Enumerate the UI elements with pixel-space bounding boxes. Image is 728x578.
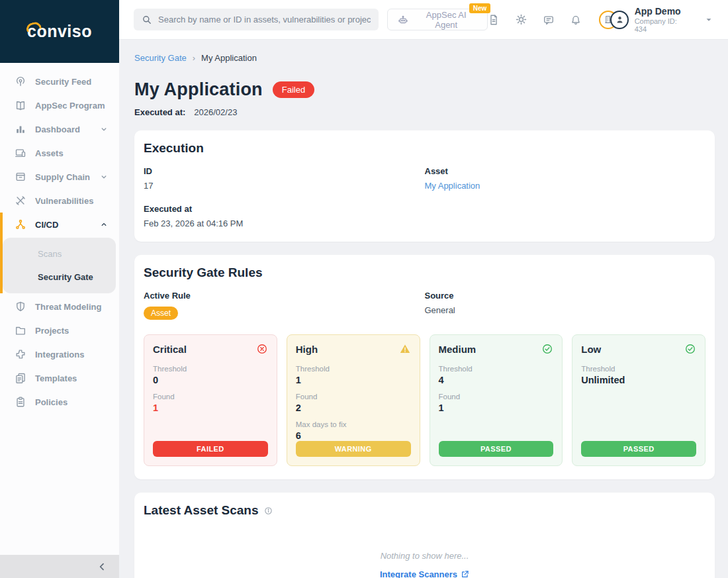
external-link-icon xyxy=(461,570,469,578)
max-days-value: 6 xyxy=(296,430,411,441)
source-field: Source General xyxy=(425,291,706,320)
clipboard-icon xyxy=(15,396,26,408)
execution-date-value: Feb 23, 2026 at 04:16 PM xyxy=(144,218,425,228)
sidebar-item-templates[interactable]: Templates xyxy=(0,366,119,390)
document-icon[interactable] xyxy=(488,14,500,26)
page-header: My Application Failed xyxy=(134,79,715,100)
bell-icon[interactable] xyxy=(570,14,582,26)
sidebar-item-label: Security Feed xyxy=(35,77,91,87)
sidebar-item-label: Policies xyxy=(35,397,68,407)
sidebar-item-label: AppSec Program xyxy=(35,101,105,111)
sidebar-item-label: Vulnerabilities xyxy=(35,196,93,206)
executed-at-label: Executed at: xyxy=(134,107,185,117)
logo-container[interactable]: cconvisoonviso xyxy=(0,0,119,63)
empty-state: Nothing to show here... Integrate Scanne… xyxy=(144,551,705,578)
user-avatar-icon xyxy=(610,11,629,29)
threshold-label: Threshold xyxy=(153,365,268,373)
cicd-section: CI/CD Scans Security Gate xyxy=(0,213,119,293)
threshold-label: Threshold xyxy=(439,365,554,373)
security-gate-rules-card: Security Gate Rules Active Rule Asset So… xyxy=(134,255,715,479)
rule-name: Low xyxy=(581,344,601,355)
box-icon xyxy=(15,171,26,183)
company-id: Company ID: 434 xyxy=(635,17,690,33)
sidebar-item-threat-modeling[interactable]: Threat Modeling xyxy=(0,295,119,318)
active-rule-badge: Asset xyxy=(144,307,178,320)
main-area: AppSec AI Agent New xyxy=(119,0,728,578)
sidebar-item-label: Templates xyxy=(35,373,77,383)
info-icon[interactable] xyxy=(264,506,273,515)
user-menu[interactable]: App Demo Company ID: 434 xyxy=(599,6,713,32)
search-input[interactable] xyxy=(158,15,371,24)
threshold-label: Threshold xyxy=(296,365,411,373)
integrate-scanners-link[interactable]: Integrate Scanners xyxy=(380,569,469,578)
sidebar-item-projects[interactable]: Projects xyxy=(0,318,119,342)
gear-icon[interactable] xyxy=(515,13,527,26)
sidebar-subitem-security-gate[interactable]: Security Gate xyxy=(3,265,116,289)
asset-link[interactable]: My Application xyxy=(425,181,706,191)
broadcast-icon xyxy=(15,75,26,87)
chevron-up-icon xyxy=(99,220,109,229)
threshold-label: Threshold xyxy=(581,365,696,373)
sidebar-subitem-label: Scans xyxy=(38,249,62,259)
sidebar: cconvisoonviso Security Feed AppSec Prog… xyxy=(0,0,119,578)
book-icon xyxy=(15,99,26,111)
warning-triangle-icon xyxy=(399,343,411,355)
search-icon xyxy=(142,15,152,25)
sidebar-item-dashboard[interactable]: Dashboard xyxy=(0,117,119,141)
rule-status-warning: WARNING xyxy=(296,441,411,457)
appsec-ai-agent-button[interactable]: AppSec AI Agent New xyxy=(387,9,488,30)
rule-name: Critical xyxy=(153,344,187,355)
found-value: 1 xyxy=(153,403,268,413)
chat-icon[interactable] xyxy=(543,14,555,26)
sidebar-item-appsec-program[interactable]: AppSec Program xyxy=(0,93,119,117)
sidebar-item-security-feed[interactable]: Security Feed xyxy=(0,70,119,93)
app-window: cconvisoonviso Security Feed AppSec Prog… xyxy=(0,0,728,578)
execution-date-field: Executed at Feb 23, 2026 at 04:16 PM xyxy=(144,204,425,228)
rule-card-critical: Critical Threshold 0 Found 1 FAILED xyxy=(144,334,277,466)
sidebar-item-policies[interactable]: Policies xyxy=(0,390,119,414)
check-circle-icon xyxy=(684,343,696,355)
sidebar-subitem-scans[interactable]: Scans xyxy=(3,242,116,265)
topbar: AppSec AI Agent New xyxy=(119,0,728,40)
rule-name: Medium xyxy=(439,344,477,355)
sidebar-item-cicd[interactable]: CI/CD xyxy=(3,213,119,236)
caret-down-icon[interactable] xyxy=(704,15,713,24)
new-badge: New xyxy=(469,3,491,13)
conviso-logo: cconvisoonviso xyxy=(27,22,92,41)
global-search[interactable] xyxy=(134,9,379,30)
scans-title: Latest Asset Scans xyxy=(144,503,259,518)
found-value: 1 xyxy=(439,403,554,413)
topbar-icons xyxy=(488,13,582,26)
sidebar-item-label: Integrations xyxy=(35,350,84,360)
collapse-chevron-icon xyxy=(97,561,107,572)
sidebar-item-integrations[interactable]: Integrations xyxy=(0,342,119,366)
threshold-value: 4 xyxy=(439,375,554,385)
execution-card: Execution ID 17 Asset My Application Exe… xyxy=(134,130,715,242)
max-days-label: Max days to fix xyxy=(296,420,411,428)
chevron-down-icon xyxy=(99,124,109,134)
breadcrumb-link-security-gate[interactable]: Security Gate xyxy=(134,53,187,63)
execution-asset-field: Asset My Application xyxy=(425,166,706,191)
executed-at-line: Executed at: 2026/02/23 xyxy=(134,107,715,117)
sidebar-item-vulnerabilities[interactable]: Vulnerabilities xyxy=(0,189,119,213)
found-label: Found xyxy=(153,393,268,401)
chevron-down-icon xyxy=(99,172,109,181)
user-info: App Demo Company ID: 434 xyxy=(635,6,690,32)
sidebar-item-assets[interactable]: Assets xyxy=(0,141,119,165)
check-circle-icon xyxy=(541,343,553,355)
threshold-value: 0 xyxy=(153,375,268,385)
sidebar-item-label: Threat Modeling xyxy=(35,302,101,312)
source-value: General xyxy=(425,305,706,315)
rule-status-failed: FAILED xyxy=(153,441,268,457)
sidebar-item-label: Projects xyxy=(35,326,69,336)
rule-status-passed: PASSED xyxy=(581,441,696,457)
rule-status-passed: PASSED xyxy=(439,441,554,457)
sidebar-collapse-bar[interactable] xyxy=(0,555,119,578)
found-value: 2 xyxy=(296,403,411,413)
sidebar-item-label: Assets xyxy=(35,148,64,158)
robot-icon xyxy=(397,14,409,26)
execution-title: Execution xyxy=(144,141,705,156)
sidebar-item-supply-chain[interactable]: Supply Chain xyxy=(0,165,119,189)
threshold-value: 1 xyxy=(296,375,411,385)
executed-at-value: 2026/02/23 xyxy=(194,107,237,117)
